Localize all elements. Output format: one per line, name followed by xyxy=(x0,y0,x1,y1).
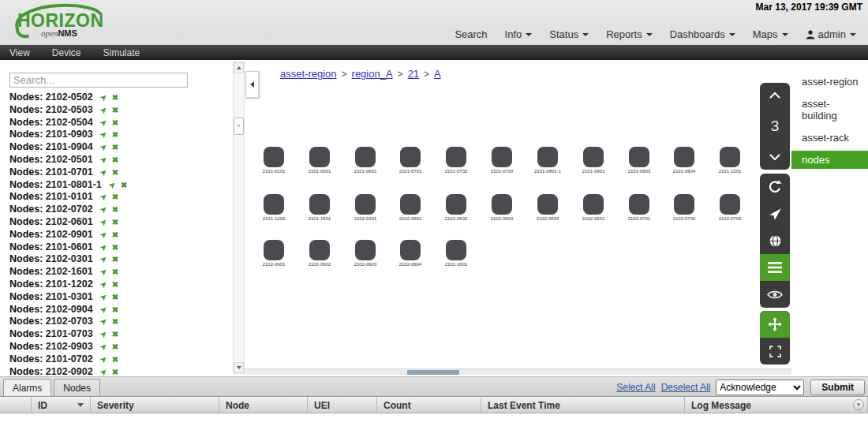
sidebar-scrollbar[interactable]: ≡ xyxy=(233,62,245,374)
remove-from-focus-icon[interactable]: ✖ xyxy=(112,280,118,289)
breadcrumb-link-asset-region[interactable]: asset-region xyxy=(280,68,337,80)
locate-node-icon[interactable]: ➤ xyxy=(96,290,110,305)
remove-from-focus-icon[interactable]: ✖ xyxy=(112,230,118,239)
topology-node[interactable]: 2101-1601 xyxy=(297,194,342,221)
locate-node-icon[interactable]: ➤ xyxy=(96,278,110,292)
breadcrumb-link-21[interactable]: 21 xyxy=(408,68,419,80)
remove-from-focus-icon[interactable]: ✖ xyxy=(112,130,118,139)
menu-maps[interactable]: Maps xyxy=(744,26,797,43)
locate-node-icon[interactable]: ➤ xyxy=(96,303,110,317)
submit-button[interactable]: Submit xyxy=(810,380,865,395)
topology-node[interactable]: 2101-0903 xyxy=(617,147,661,174)
deselect-all-link[interactable]: Deselect All xyxy=(661,382,711,393)
topology-node[interactable]: 2101-0701 xyxy=(388,147,432,174)
fit-to-screen-button[interactable] xyxy=(760,338,790,365)
remove-from-focus-icon[interactable]: ✖ xyxy=(112,368,118,376)
locate-node-icon[interactable]: ➤ xyxy=(96,265,110,279)
show-entire-map-button[interactable] xyxy=(760,227,790,254)
map-hscroll-thumb[interactable] xyxy=(407,370,459,375)
remove-from-focus-icon[interactable]: ✖ xyxy=(112,155,118,164)
column-picker-button[interactable] xyxy=(853,399,864,410)
topology-node[interactable]: 2101-0703 xyxy=(480,147,524,174)
topology-node[interactable]: 2101-0901 xyxy=(571,147,615,174)
remove-from-focus-icon[interactable]: ✖ xyxy=(112,243,118,252)
topology-node[interactable]: 2102-0904 xyxy=(388,240,432,267)
column-header-severity[interactable]: Severity xyxy=(91,397,219,413)
topology-map[interactable]: asset-region>region_A>21>A 2101-01012101… xyxy=(245,60,791,376)
topology-node[interactable]: 2102-0501 xyxy=(388,194,432,221)
collapse-panel-handle[interactable] xyxy=(245,71,259,98)
layers-menu-button[interactable] xyxy=(760,254,790,281)
scroll-up-icon[interactable] xyxy=(234,62,244,73)
menubar-device[interactable]: Device xyxy=(52,47,81,58)
locate-node-icon[interactable]: ➤ xyxy=(96,166,110,180)
layer-asset-rack[interactable]: asset-rack xyxy=(791,129,868,147)
topology-node[interactable]: 2101-1202 xyxy=(252,194,296,221)
map-horizontal-scrollbar[interactable] xyxy=(245,368,791,375)
alarm-action-select[interactable]: Acknowledge xyxy=(716,380,804,395)
locate-node-icon[interactable]: ➤ xyxy=(96,365,110,376)
locate-node-icon[interactable]: ➤ xyxy=(96,252,110,267)
refresh-button[interactable] xyxy=(760,174,790,200)
locate-node-icon[interactable]: ➤ xyxy=(96,340,110,354)
remove-from-focus-icon[interactable]: ✖ xyxy=(121,181,127,189)
topology-node[interactable]: 2102-0503 xyxy=(480,194,524,221)
topology-node[interactable]: 2101-0702 xyxy=(434,147,478,174)
column-header-node[interactable]: Node xyxy=(219,397,308,413)
breadcrumb-link-region_a[interactable]: region_A xyxy=(352,68,393,80)
topology-node[interactable]: 2102-0702 xyxy=(662,194,706,221)
menu-status[interactable]: Status xyxy=(541,26,597,43)
column-header-checkbox[interactable] xyxy=(0,397,32,413)
remove-from-focus-icon[interactable]: ✖ xyxy=(112,205,118,214)
locate-node-icon[interactable]: ➤ xyxy=(96,140,110,155)
column-header-last-event-time[interactable]: Last Event Time xyxy=(481,397,685,413)
locate-node-icon[interactable]: ➤ xyxy=(96,203,110,217)
remove-from-focus-icon[interactable]: ✖ xyxy=(112,168,118,177)
remove-from-focus-icon[interactable]: ✖ xyxy=(112,106,118,114)
locate-node-icon[interactable]: ➤ xyxy=(96,190,110,204)
locate-node-icon[interactable]: ➤ xyxy=(96,327,110,342)
tab-alarms[interactable]: Alarms xyxy=(3,379,51,396)
locate-node-icon[interactable]: ➤ xyxy=(96,353,110,367)
remove-from-focus-icon[interactable]: ✖ xyxy=(112,193,118,201)
topology-node[interactable]: 2102-0504 xyxy=(526,194,570,221)
column-header-id[interactable]: ID xyxy=(32,397,91,413)
locate-node-icon[interactable]: ➤ xyxy=(106,178,120,193)
topology-node[interactable]: 2102-0902 xyxy=(297,240,342,267)
locate-node-icon[interactable]: ➤ xyxy=(96,103,110,118)
layer-nodes[interactable]: nodes xyxy=(791,151,868,169)
locate-node-icon[interactable]: ➤ xyxy=(96,241,110,255)
topology-node[interactable]: 2101-1201 xyxy=(708,147,752,174)
locate-node-icon[interactable]: ➤ xyxy=(96,315,110,329)
remove-from-focus-icon[interactable]: ✖ xyxy=(112,93,118,102)
topology-node[interactable]: 2101-0801-1 xyxy=(526,147,570,174)
scroll-down-icon[interactable] xyxy=(234,362,244,373)
scrollbar-thumb[interactable]: ≡ xyxy=(234,118,244,135)
remove-from-focus-icon[interactable]: ✖ xyxy=(112,218,118,226)
remove-from-focus-icon[interactable]: ✖ xyxy=(112,293,118,301)
breadcrumb-link-a[interactable]: A xyxy=(434,68,441,80)
menu-search[interactable]: Search xyxy=(446,26,496,43)
locate-node-icon[interactable]: ➤ xyxy=(96,128,110,142)
topology-node[interactable]: 2101-0101 xyxy=(252,147,296,174)
tab-nodes[interactable]: Nodes xyxy=(54,379,100,396)
remove-from-focus-icon[interactable]: ✖ xyxy=(112,317,118,326)
center-on-selection-button[interactable] xyxy=(760,200,790,227)
remove-from-focus-icon[interactable]: ✖ xyxy=(112,330,118,338)
menu-dashboards[interactable]: Dashboards xyxy=(661,26,744,43)
topology-node[interactable]: 2102-0301 xyxy=(343,194,387,221)
remove-from-focus-icon[interactable]: ✖ xyxy=(112,143,118,151)
remove-from-focus-icon[interactable]: ✖ xyxy=(112,255,118,264)
column-header-count[interactable]: Count xyxy=(377,397,481,413)
remove-from-focus-icon[interactable]: ✖ xyxy=(112,267,118,276)
topology-node[interactable]: 2102-1601 xyxy=(434,240,478,267)
menu-info[interactable]: Info xyxy=(496,26,541,43)
topology-node[interactable]: 2102-0903 xyxy=(343,240,387,267)
zoom-out-button[interactable] xyxy=(769,154,780,160)
menu-reports[interactable]: Reports xyxy=(597,26,661,43)
remove-from-focus-icon[interactable]: ✖ xyxy=(112,342,118,351)
highlight-focus-button[interactable] xyxy=(760,281,790,308)
zoom-in-button[interactable] xyxy=(769,92,780,99)
topology-node[interactable]: 2102-0601 xyxy=(571,194,615,221)
topology-node[interactable]: 2101-0301 xyxy=(297,147,342,174)
